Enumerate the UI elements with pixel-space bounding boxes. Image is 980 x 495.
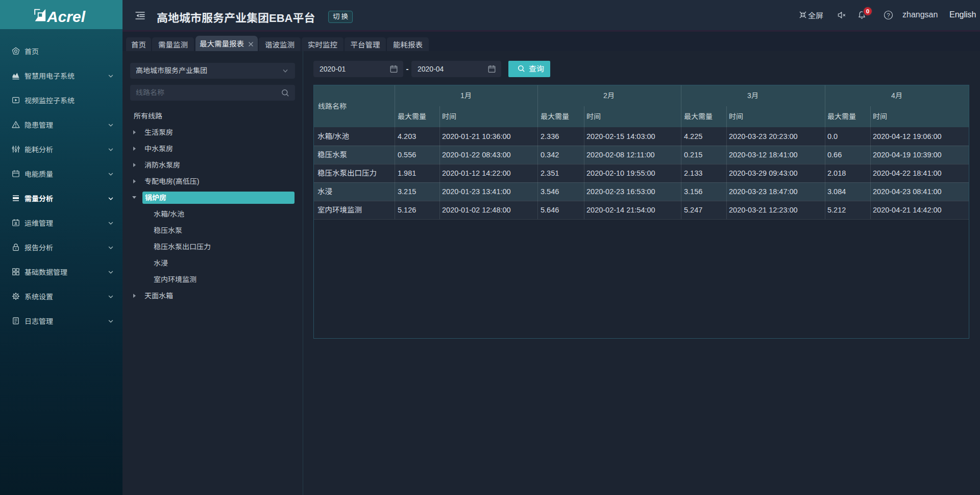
svg-text:Acrel: Acrel (46, 9, 86, 25)
svg-text:?: ? (887, 12, 890, 18)
